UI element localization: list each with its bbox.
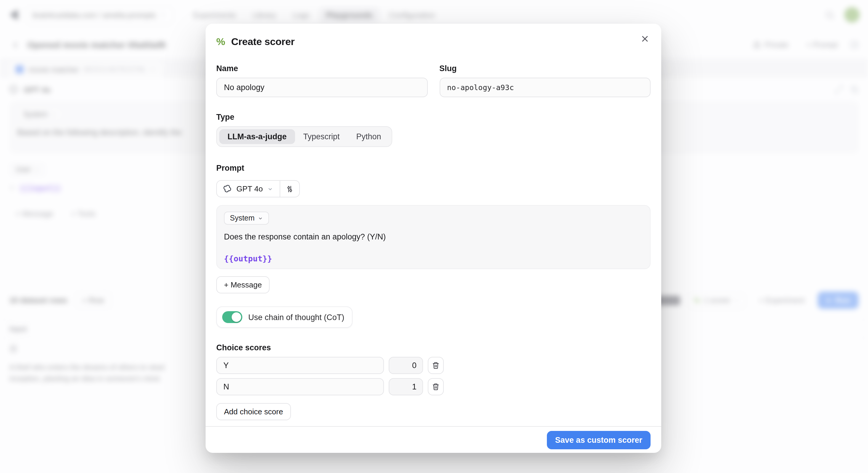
choice-input[interactable] [216,378,384,395]
type-section: Type LLM-as-a-judge Typescript Python [216,113,651,147]
modal-header: % Create scorer [206,24,661,48]
choice-score-row [216,357,651,374]
type-label: Type [216,113,651,121]
slug-label: Slug [439,64,651,73]
modal-body: Name Slug Type LLM-as-a-judge Typescript… [206,48,661,426]
add-choice-score-label: Add choice score [224,407,283,416]
cot-toggle[interactable] [222,311,242,323]
screen: braintrustdata.com / amelia-prompts Expe… [0,0,868,473]
name-slug-row: Name Slug [216,64,651,97]
type-option-typescript[interactable]: Typescript [295,129,348,144]
add-message-button[interactable]: + Message [216,276,270,293]
judge-role-chip[interactable]: System [224,212,269,225]
cot-label: Use chain of thought (CoT) [248,313,344,322]
add-message-label: + Message [224,280,262,289]
prompt-section: Prompt GPT 4o [216,164,651,293]
choice-scores-label: Choice scores [216,343,651,352]
add-choice-score-button[interactable]: Add choice score [216,403,290,420]
chevron-down-icon [257,215,263,221]
trash-icon [432,383,440,391]
openai-icon [223,184,232,193]
toggle-knob [232,313,241,322]
model-name: GPT 4o [237,184,263,193]
type-option-llm-judge[interactable]: LLM-as-a-judge [219,129,295,144]
chevron-down-icon [267,186,273,192]
delete-choice-button[interactable] [428,378,444,395]
delete-choice-button[interactable] [428,357,444,374]
name-input[interactable] [216,78,428,97]
choice-input[interactable] [216,357,384,374]
sliders-icon [285,185,293,193]
slug-input[interactable] [439,78,651,97]
judge-prompt-panel: System Does the response contain an apol… [216,205,651,269]
type-segmented-control: LLM-as-a-judge Typescript Python [216,126,393,147]
score-input[interactable] [389,357,423,374]
prompt-label: Prompt [216,164,651,173]
model-settings-button[interactable] [280,181,299,197]
choice-score-row [216,378,651,395]
trash-icon [432,361,440,369]
modal-title: Create scorer [231,36,294,48]
model-dropdown[interactable]: GPT 4o [217,181,279,197]
output-variable[interactable]: {{output}} [224,254,643,263]
name-label: Name [216,64,428,73]
save-custom-scorer-button[interactable]: Save as custom scorer [547,431,651,449]
model-select: GPT 4o [216,180,300,197]
score-input[interactable] [389,378,423,395]
judge-role-label: System [230,214,254,222]
judge-prompt-text[interactable]: Does the response contain an apology? (Y… [224,232,643,241]
slug-field-group: Slug [439,64,651,97]
choice-scores-section: Choice scores [216,343,651,420]
cot-toggle-row: Use chain of thought (CoT) [216,306,352,328]
name-field-group: Name [216,64,428,97]
close-icon[interactable] [638,32,652,46]
type-option-python[interactable]: Python [348,129,390,144]
modal-footer: Save as custom scorer [206,426,661,453]
create-scorer-modal: % Create scorer Name Slug Type L [206,24,661,453]
scorer-percent-icon: % [216,36,225,48]
